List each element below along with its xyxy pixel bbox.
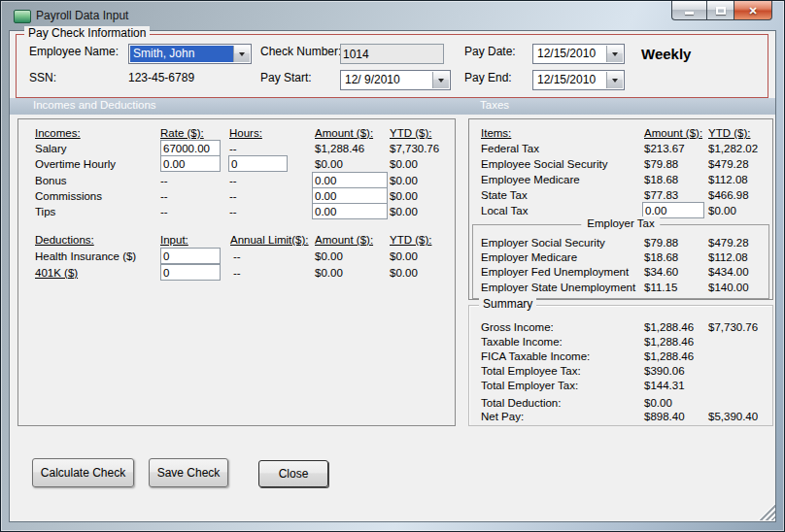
ytd-col-header: YTD ($): — [390, 125, 431, 141]
deduction-row-health-insurance: Health Insurance ($) -- $0.00 $0.00 — [18, 249, 455, 264]
summary-row-gross-income: Gross Income: $1,288.46 $7,730.76 — [469, 319, 772, 335]
close-button[interactable]: ✕ — [734, 1, 772, 20]
pay-end-label: Pay End: — [464, 68, 512, 87]
check-number-input[interactable] — [340, 44, 444, 64]
tax-amount: $79.88 — [644, 156, 678, 172]
deduction-name: Health Insurance ($) — [35, 249, 136, 264]
close-icon: ✕ — [748, 2, 757, 19]
maximize-button[interactable] — [706, 1, 734, 20]
summary-amount: $1,288.46 — [644, 319, 694, 335]
tax-name: Federal Tax — [481, 141, 539, 156]
deduction-ytd: $0.00 — [390, 265, 418, 281]
chevron-down-icon — [612, 52, 618, 59]
pay-check-information-legend: Pay Check Information — [24, 26, 150, 40]
summary-amount: $898.40 — [644, 409, 685, 424]
maximize-icon — [716, 7, 726, 15]
tax-row-employer-medicare: Employer Medicare $18.68 $112.08 — [469, 249, 772, 265]
app-icon — [14, 10, 31, 23]
amount-col-header: Amount ($): — [315, 232, 373, 248]
summary-ytd: $5,390.40 — [708, 409, 758, 424]
employee-name-value: Smith, John — [130, 46, 234, 62]
tax-ytd: $479.28 — [708, 235, 749, 250]
employee-name-combobox[interactable]: Smith, John — [128, 44, 252, 64]
tax-ytd: $112.08 — [708, 172, 748, 187]
income-rate: -- — [160, 188, 168, 204]
pay-date-datepicker[interactable]: 12/15/2010 — [532, 44, 625, 64]
taxes-section-header: Taxes — [480, 99, 509, 111]
income-ytd: $7,730.76 — [390, 141, 439, 156]
bonus-amount-input[interactable] — [312, 172, 388, 188]
deduction-401k-link[interactable]: 401K ($) — [35, 265, 78, 281]
income-name: Overtime Hourly — [35, 156, 116, 172]
tax-name: Local Tax — [481, 203, 528, 218]
summary-row-fica-taxable-income: FICA Taxable Income: $1,288.46 — [469, 349, 772, 364]
ytd-col-header: YTD ($): — [390, 232, 431, 248]
tax-name: Employer Fed Unemployment — [481, 264, 629, 280]
tax-amount: $79.88 — [644, 235, 678, 250]
tax-name: Employee Social Security — [481, 156, 607, 172]
pay-start-value: 12/ 9/2010 — [342, 72, 433, 88]
save-check-button[interactable]: Save Check — [149, 458, 228, 487]
caption-button-group: ✕ — [671, 1, 772, 21]
deduction-401k-input[interactable] — [160, 264, 221, 281]
input-col-header: Input: — [160, 232, 188, 248]
income-hours: -- — [229, 188, 237, 204]
income-name: Tips — [35, 204, 55, 219]
overtime-rate-input[interactable] — [160, 155, 221, 172]
summary-name: Net Pay: — [481, 409, 524, 424]
ytd-col-header: YTD ($): — [708, 125, 750, 141]
income-name: Bonus — [35, 173, 67, 188]
pay-date-dropdown-button[interactable] — [606, 46, 623, 62]
resize-grip[interactable] — [758, 503, 775, 520]
chevron-down-icon — [239, 52, 245, 59]
amount-col-header: Amount ($): — [315, 125, 373, 141]
ssn-label: SSN: — [29, 68, 56, 87]
employee-name-label: Employee Name: — [29, 42, 119, 61]
income-ytd: $0.00 — [390, 188, 418, 204]
tax-name: Employer Medicare — [481, 249, 577, 265]
payroll-window: Payroll Data Input ✕ Pay Check Informati… — [0, 0, 785, 532]
summary-name: Taxable Income: — [481, 334, 563, 349]
tax-row-employer-fed-unemployment: Employer Fed Unemployment $34.60 $434.00 — [469, 264, 772, 280]
taxes-header-row: Items: Amount ($): YTD ($): — [469, 125, 772, 141]
pay-end-value: 12/15/2010 — [534, 72, 607, 88]
minimize-button[interactable] — [671, 1, 706, 20]
calculate-check-button[interactable]: Calculate Check — [32, 458, 134, 487]
commissions-amount-input[interactable] — [312, 187, 388, 204]
employee-name-dropdown-button[interactable] — [233, 46, 250, 62]
tax-amount: $213.67 — [644, 141, 685, 156]
tax-row-employer-state-unemployment: Employer State Unemployment $11.15 $140.… — [469, 280, 772, 295]
summary-row-total-employer-tax: Total Employer Tax: $144.31 — [469, 378, 772, 393]
deductions-col-header: Deductions: — [35, 232, 94, 248]
deductions-header-row: Deductions: Input: Annual Limit($): Amou… — [18, 232, 455, 248]
pay-start-datepicker[interactable]: 12/ 9/2010 — [340, 70, 451, 90]
tax-row-employee-social-security: Employee Social Security $79.88 $479.28 — [469, 156, 772, 172]
taxes-panel: Items: Amount ($): YTD ($): Federal Tax … — [468, 118, 773, 300]
salary-rate-input[interactable] — [160, 140, 221, 156]
close-dialog-button[interactable]: Close — [258, 460, 328, 487]
pay-start-dropdown-button[interactable] — [432, 72, 449, 88]
health-insurance-input[interactable] — [160, 248, 221, 264]
summary-amount: $1,288.46 — [644, 349, 694, 364]
income-rate: -- — [160, 204, 168, 219]
tips-amount-input[interactable] — [312, 203, 388, 219]
tax-ytd: $112.08 — [708, 249, 748, 265]
tax-name: Employer State Unemployment — [481, 280, 635, 295]
tax-row-state: State Tax $77.83 $466.98 — [469, 187, 772, 203]
pay-end-datepicker[interactable]: 12/15/2010 — [532, 70, 625, 90]
income-amount: $1,288.46 — [315, 141, 364, 156]
tax-row-employee-medicare: Employee Medicare $18.68 $112.08 — [469, 172, 772, 187]
tax-amount: $34.60 — [644, 264, 678, 280]
summary-group: Summary Gross Income: $1,288.46 $7,730.7… — [468, 305, 773, 426]
income-name: Commissions — [35, 188, 102, 204]
income-ytd: $0.00 — [390, 156, 418, 172]
summary-name: Gross Income: — [481, 319, 554, 335]
income-name: Salary — [35, 141, 67, 156]
tax-amount: $77.83 — [644, 187, 678, 203]
employer-tax-group-label: Employer Tax — [581, 216, 660, 230]
overtime-hours-input[interactable] — [228, 155, 288, 172]
pay-end-dropdown-button[interactable] — [606, 72, 623, 88]
window-title: Payroll Data Input — [36, 9, 128, 22]
summary-name: Total Employer Tax: — [481, 378, 578, 393]
tax-ytd: $434.00 — [708, 264, 749, 280]
